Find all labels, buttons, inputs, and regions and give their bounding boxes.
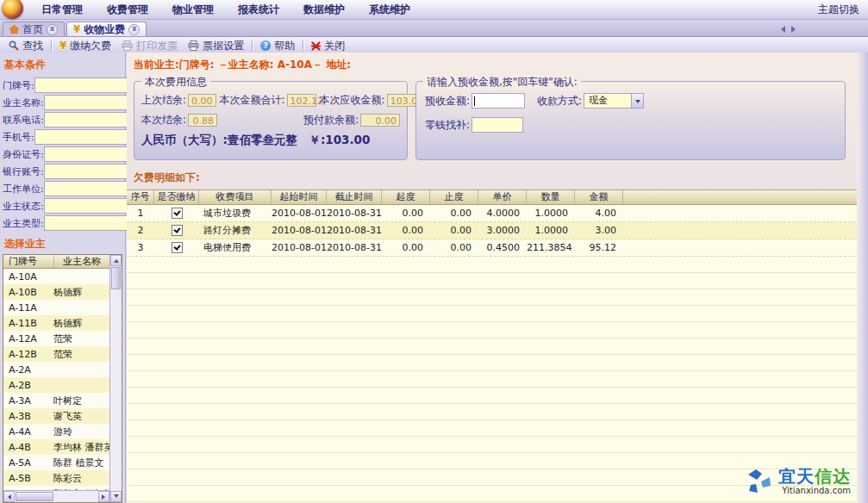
table-row[interactable]: 1 城市垃圾费 2010-08-01 2010-08-31 0.00 0.00 …	[127, 205, 868, 222]
to-degree-cell: 0.00	[430, 242, 478, 253]
col-start[interactable]: 起始时间	[272, 190, 327, 204]
owner-row[interactable]: A-11A	[3, 300, 109, 315]
payment-method-label: 收款方式:	[537, 94, 582, 109]
col-qty[interactable]: 数量	[527, 190, 575, 204]
field-label: 业主类型:	[3, 217, 44, 230]
quantity-cell: 1.0000	[527, 225, 575, 236]
owner-row[interactable]: A-3A 叶树定	[3, 393, 109, 408]
vscroll-thumb[interactable]	[111, 267, 121, 289]
tab-scroll-right-icon[interactable]	[791, 26, 799, 33]
unit-price-cell: 0.4500	[478, 242, 527, 253]
last-balance-value: 0.00	[188, 94, 216, 107]
field-label: 联系电话:	[3, 114, 44, 127]
col-paid[interactable]: 是否缴纳	[154, 190, 199, 204]
owner-grid-header-name[interactable]: 业主名称	[54, 255, 109, 268]
printer-settings-icon	[188, 40, 199, 51]
owner-door-cell: A-12A	[3, 333, 53, 345]
seq-cell: 3	[127, 242, 154, 253]
scroll-left-icon[interactable]	[3, 491, 15, 502]
owner-row[interactable]: A-10B 杨德辉	[3, 284, 109, 300]
amount-cell: 3.00	[575, 225, 623, 236]
owner-row[interactable]: A-12B 范荣	[3, 346, 109, 362]
owner-row[interactable]: A-2A	[3, 362, 109, 377]
tab-collect-property-fee[interactable]: ¥ 收物业费	[66, 22, 147, 36]
col-amount[interactable]: 金额	[575, 190, 623, 204]
tab-home-close-icon[interactable]	[47, 24, 58, 35]
table-row[interactable]: 3 电梯使用费 2010-08-01 2010-08-31 0.00 0.00 …	[127, 239, 868, 257]
yen-icon: ¥	[73, 24, 80, 34]
owner-door-cell: A-11B	[3, 318, 53, 329]
menu-item-report-statistics[interactable]: 报表统计	[226, 3, 291, 17]
fee-summary-area: 当前业主:门牌号: －业主名称: A-10A－ 地址: 本次费用信息 上次结余:…	[127, 53, 868, 189]
owner-grid-hscrollbar[interactable]	[3, 490, 109, 502]
menu-item-data-maintenance[interactable]: 数据维护	[291, 3, 357, 17]
receivable-label: 本次应收金额:	[320, 93, 385, 108]
tab-home[interactable]: 首页	[3, 22, 65, 36]
amount-cell: 95.12	[575, 242, 623, 253]
col-seq[interactable]: 序号	[127, 190, 154, 204]
paid-checkbox[interactable]	[172, 208, 183, 219]
seq-cell: 1	[127, 208, 154, 219]
owner-row[interactable]: A-3B 谢飞英	[3, 408, 109, 424]
theme-switch-link[interactable]: 主题切换	[818, 3, 868, 17]
chevron-down-icon[interactable]	[631, 94, 643, 108]
col-from[interactable]: 起度	[382, 190, 430, 204]
menu-item-fee-management[interactable]: 收费管理	[95, 3, 160, 17]
help-button[interactable]: ? 帮助	[255, 38, 300, 54]
pay-arrears-button[interactable]: ¥ 缴纳欠费	[54, 38, 116, 54]
paid-checkbox[interactable]	[172, 225, 183, 236]
menu-item-property-management[interactable]: 物业管理	[160, 3, 226, 17]
item-cell: 城市垃圾费	[199, 207, 272, 220]
owner-row[interactable]: A-11B 杨德辉	[3, 315, 109, 331]
current-balance-value: 0.88	[188, 114, 217, 127]
receipt-settings-button[interactable]: 票据设置	[183, 38, 249, 54]
amount-in-words: 人民币（大写）:壹佰零叁元整 ￥:103.00	[141, 133, 400, 148]
paid-checkbox[interactable]	[172, 242, 183, 253]
find-button[interactable]: 查找	[3, 38, 48, 54]
owner-row[interactable]: A-2B	[3, 377, 109, 393]
owner-name-cell: 陈彩云	[53, 472, 109, 485]
scroll-right-icon[interactable]	[98, 491, 109, 502]
owner-row[interactable]: A-12A 范荣	[3, 331, 109, 346]
help-button-label: 帮助	[274, 39, 295, 53]
owner-door-cell: A-11A	[3, 302, 53, 314]
payment-method-value: 现金	[584, 94, 631, 108]
tab-scroll-controls	[777, 26, 868, 36]
owner-grid-vscrollbar[interactable]	[109, 255, 122, 502]
print-invoice-button[interactable]: 打印发票	[116, 38, 183, 54]
owner-row[interactable]: A-5B 陈彩云	[3, 470, 109, 486]
last-balance-label: 上次结余:	[141, 93, 186, 108]
scroll-up-icon[interactable]	[110, 255, 122, 266]
change-input[interactable]	[471, 117, 523, 133]
owner-row[interactable]: A-10A	[3, 269, 109, 284]
owner-row[interactable]: A-4B 李均林 潘群英	[3, 439, 109, 455]
toolbar-separator	[51, 40, 52, 52]
scroll-down-icon[interactable]	[110, 491, 122, 502]
owner-name-cell: 叶树定	[53, 394, 109, 407]
field-row: 工作单位:	[3, 180, 122, 197]
prepay-amount-label: 预收金额:	[425, 94, 470, 109]
close-button[interactable]: 关闭	[306, 38, 350, 54]
col-to[interactable]: 止度	[430, 190, 478, 204]
menu-item-system-maintenance[interactable]: 系统维护	[357, 3, 422, 17]
tab-bar: 首页 ¥ 收物业费	[0, 20, 868, 37]
tab-collect-close-icon[interactable]	[128, 24, 140, 35]
payment-method-select[interactable]: 现金	[584, 93, 644, 109]
col-item[interactable]: 收费项目	[199, 190, 272, 204]
to-degree-cell: 0.00	[430, 225, 478, 236]
owner-door-cell: A-2B	[3, 380, 53, 391]
col-price[interactable]: 单价	[478, 190, 527, 204]
table-row[interactable]: 2 路灯分摊费 2010-08-01 2010-08-31 0.00 0.00 …	[127, 222, 868, 239]
prepay-amount-input[interactable]	[471, 93, 525, 109]
hscroll-thumb[interactable]	[16, 492, 53, 501]
owner-row[interactable]: A-5A 陈群 植景文	[3, 455, 109, 470]
tab-scroll-left-icon[interactable]	[777, 26, 785, 33]
owner-grid-header-door[interactable]: 门牌号	[3, 255, 54, 268]
app-logo-orb[interactable]	[2, 0, 23, 19]
help-icon: ?	[260, 40, 271, 51]
col-end[interactable]: 截止时间	[327, 190, 382, 204]
vendor-logo: 宜天信达 Yitianxinda.com	[743, 466, 851, 497]
owner-row[interactable]: A-4A 游玲	[3, 424, 109, 439]
menu-item-daily-management[interactable]: 日常管理	[29, 3, 95, 17]
select-owner-title: 选择业主	[4, 237, 122, 251]
